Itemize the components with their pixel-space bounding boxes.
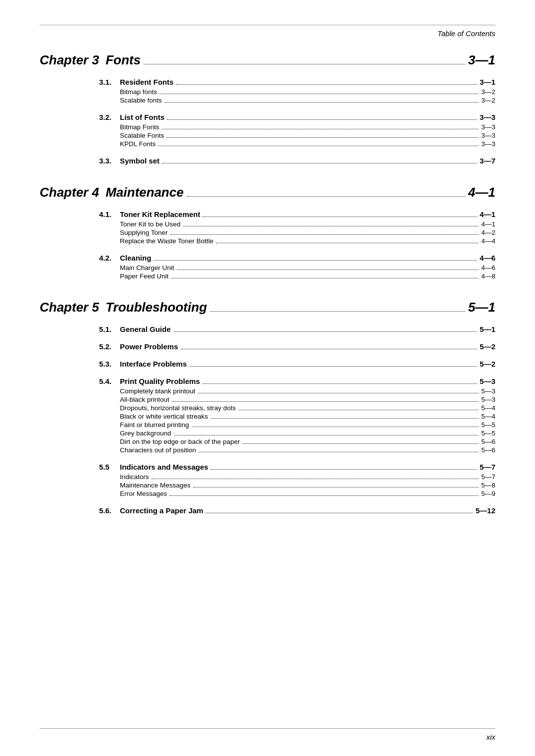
- section-dots: [203, 383, 478, 384]
- sub-dots: [170, 234, 479, 235]
- sub-row: Scalable fonts 3—2: [120, 97, 495, 104]
- sub-block-ch5-4: Indicators 5—7 Maintenance Messages 5—8 …: [120, 473, 495, 497]
- sub-row: Paper Feed Unit 4—8: [120, 272, 495, 280]
- section-row-ch5-2: 5.3. Interface Problems 5—2: [99, 360, 495, 368]
- sub-title: Scalable Fonts: [120, 132, 164, 139]
- section-block-ch5-2: 5.3. Interface Problems 5—2: [99, 360, 495, 368]
- section-page: 3—1: [480, 78, 495, 86]
- sub-dots: [172, 401, 479, 402]
- sub-page: 5—5: [481, 421, 495, 429]
- sub-dots: [177, 270, 479, 270]
- section-row-ch3-1: 3.2. List of Fonts 3—3: [99, 113, 495, 121]
- section-title: Symbol set: [120, 157, 160, 165]
- sub-row: KPDL Fonts 3—3: [120, 140, 495, 148]
- section-block-ch5-5: 5.6. Correcting a Paper Jam 5—12: [99, 506, 495, 515]
- sub-page: 4—2: [481, 229, 495, 236]
- section-num: 3.1.: [99, 78, 120, 86]
- sub-dots: [198, 393, 479, 393]
- section-page: 4—1: [480, 210, 495, 218]
- sub-page: 5—4: [481, 404, 495, 412]
- section-block-ch4-1: 4.2. Cleaning 4—6 Main Charger Unit 4—6 …: [99, 254, 495, 280]
- section-dots: [189, 366, 477, 367]
- sub-title: Maintenance Messages: [120, 482, 191, 489]
- sub-page: 5—7: [481, 473, 495, 481]
- sub-dots: [216, 243, 479, 243]
- section-dots: [167, 119, 477, 120]
- section-title: Toner Kit Replacement: [120, 210, 200, 218]
- sub-dots: [238, 410, 479, 410]
- sub-title: All-black printout: [120, 396, 169, 403]
- sub-title: Indicators: [120, 473, 149, 481]
- section-row-ch5-5: 5.6. Correcting a Paper Jam 5—12: [99, 506, 495, 515]
- section-num: 5.3.: [99, 360, 120, 368]
- section-page: 5—2: [480, 360, 495, 368]
- section-block-ch5-0: 5.1. General Guide 5—1: [99, 325, 495, 333]
- section-block-ch4-0: 4.1. Toner Kit Replacement 4—1 Toner Kit…: [99, 210, 495, 245]
- chapter-heading-ch5: Chapter 5 Troubleshooting 5—1: [40, 300, 495, 315]
- chapter-number-ch4: Chapter 4: [40, 185, 103, 200]
- chapter-dots-ch5: [210, 311, 465, 312]
- toc-content: Chapter 3 Fonts 3—1 3.1. Resident Fonts …: [40, 53, 495, 515]
- section-page: 3—7: [480, 157, 495, 165]
- sub-title: KPDL Fonts: [120, 140, 156, 148]
- section-num: 5.2.: [99, 342, 120, 351]
- sub-page: 3—3: [481, 123, 495, 131]
- sub-row: Error Messages 5—9: [120, 490, 495, 497]
- sub-page: 5—3: [481, 396, 495, 403]
- sub-title: Dropouts, horizontal streaks, stray dots: [120, 404, 236, 412]
- section-title: Cleaning: [120, 254, 151, 262]
- chapter-dots-ch4: [187, 196, 465, 197]
- section-row-ch4-0: 4.1. Toner Kit Replacement 4—1: [99, 210, 495, 218]
- section-dots: [181, 349, 478, 349]
- section-row-ch4-1: 4.2. Cleaning 4—6: [99, 254, 495, 262]
- sub-title: Error Messages: [120, 490, 167, 497]
- sub-title: Characters out of position: [120, 446, 196, 454]
- sub-row: Bitmap fonts 3—2: [120, 88, 495, 96]
- sub-row: Characters out of position 5—6: [120, 446, 495, 454]
- sub-row: Supplying Toner 4—2: [120, 229, 495, 236]
- sub-title: Black or white vertical streaks: [120, 413, 208, 420]
- section-title: Print Quality Problems: [120, 377, 200, 385]
- section-title: General Guide: [120, 325, 171, 333]
- sub-row: Scalable Fonts 3—3: [120, 132, 495, 139]
- sub-page: 4—1: [481, 220, 495, 228]
- sub-row: Bitmap Fonts 3—3: [120, 123, 495, 131]
- sub-title: Paper Feed Unit: [120, 272, 168, 280]
- sub-title: Supplying Toner: [120, 229, 168, 236]
- section-page: 5—3: [480, 377, 495, 385]
- chapter-heading-ch3: Chapter 3 Fonts 3—1: [40, 53, 495, 68]
- section-page: 4—6: [480, 254, 495, 262]
- section-page: 5—1: [480, 325, 495, 333]
- section-row-ch5-0: 5.1. General Guide 5—1: [99, 325, 495, 333]
- sub-row: Grey background 5—5: [120, 430, 495, 437]
- chapter-ch3: Chapter 3 Fonts 3—1 3.1. Resident Fonts …: [40, 53, 495, 165]
- section-num: 4.2.: [99, 254, 120, 262]
- chapter-name-ch3: Fonts: [106, 53, 141, 68]
- section-dots: [203, 216, 477, 217]
- section-block-ch5-1: 5.2. Power Problems 5—2: [99, 342, 495, 351]
- section-block-ch5-4: 5.5 Indicators and Messages 5—7 Indicato…: [99, 463, 495, 497]
- sub-row: All-black printout 5—3: [120, 396, 495, 403]
- footer-rule: [40, 728, 495, 729]
- section-row-ch3-2: 3.3. Symbol set 3—7: [99, 157, 495, 165]
- section-title: Interface Problems: [120, 360, 187, 368]
- sub-dots: [158, 146, 479, 146]
- section-num: 4.1.: [99, 210, 120, 218]
- sub-dots: [183, 226, 479, 226]
- sub-page: 5—3: [481, 387, 495, 395]
- sub-title: Scalable fonts: [120, 97, 162, 104]
- section-dots: [176, 84, 477, 85]
- sub-dots: [193, 487, 479, 487]
- section-page: 5—7: [480, 463, 495, 471]
- chapter-page-ch5: 5—1: [468, 300, 495, 315]
- sub-block-ch3-0: Bitmap fonts 3—2 Scalable fonts 3—2: [120, 88, 495, 104]
- sub-row: Completely blank printout 5—3: [120, 387, 495, 395]
- sub-dots: [169, 495, 479, 496]
- sub-row: Faint or blurred printing 5—5: [120, 421, 495, 429]
- chapter-dots-ch3: [144, 64, 465, 64]
- sub-dots: [164, 102, 479, 103]
- section-row-ch3-0: 3.1. Resident Fonts 3—1: [99, 78, 495, 86]
- chapter-page-ch3: 3—1: [468, 53, 495, 68]
- chapter-ch4: Chapter 4 Maintenance 4—1 4.1. Toner Kit…: [40, 185, 495, 280]
- section-block-ch3-0: 3.1. Resident Fonts 3—1 Bitmap fonts 3—2…: [99, 78, 495, 104]
